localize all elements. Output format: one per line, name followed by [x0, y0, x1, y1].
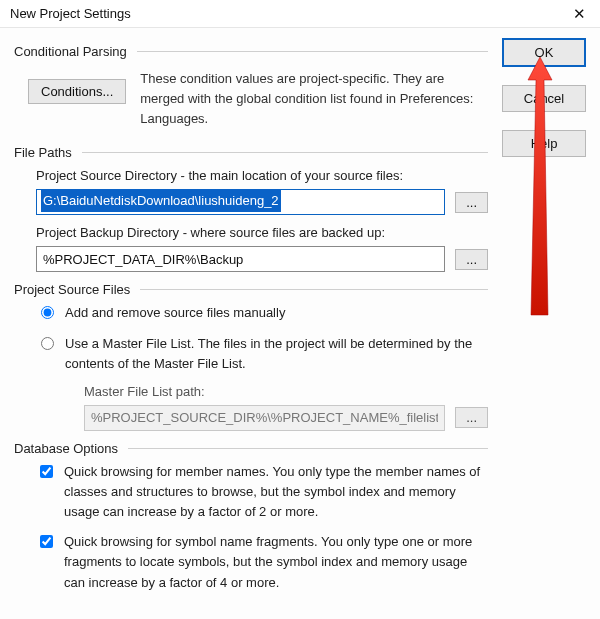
group-dbopts-header: Database Options	[14, 441, 488, 456]
group-filepaths-header: File Paths	[14, 145, 488, 160]
group-filepaths-label: File Paths	[14, 145, 72, 160]
titlebar: New Project Settings ✕	[0, 0, 600, 28]
cancel-button[interactable]: Cancel	[502, 85, 586, 112]
divider	[140, 289, 488, 290]
src-dir-input[interactable]: G:\BaiduNetdiskDownload\liushuideng_2	[36, 189, 445, 215]
bak-dir-input[interactable]	[36, 246, 445, 272]
radio-manual[interactable]	[41, 306, 54, 319]
conditions-button[interactable]: Conditions...	[28, 79, 126, 104]
conditional-desc: These condition values are project-speci…	[140, 69, 488, 129]
check-symbol-fragments[interactable]	[40, 535, 53, 548]
radio-master-list[interactable]	[41, 337, 54, 350]
src-dir-label: Project Source Directory - the main loca…	[36, 168, 488, 183]
divider	[82, 152, 488, 153]
bak-dir-label: Project Backup Directory - where source …	[36, 225, 488, 240]
ok-button[interactable]: OK	[502, 38, 586, 67]
group-sourcefiles-header: Project Source Files	[14, 282, 488, 297]
help-button[interactable]: Help	[502, 130, 586, 157]
group-conditional-label: Conditional Parsing	[14, 44, 127, 59]
radio-master-list-label: Use a Master File List. The files in the…	[65, 334, 488, 374]
divider	[128, 448, 488, 449]
group-dbopts-label: Database Options	[14, 441, 118, 456]
group-conditional-header: Conditional Parsing	[14, 44, 488, 59]
group-sourcefiles-label: Project Source Files	[14, 282, 130, 297]
check-member-names[interactable]	[40, 465, 53, 478]
check-symbol-fragments-label: Quick browsing for symbol name fragments…	[64, 532, 488, 592]
divider	[137, 51, 488, 52]
src-dir-browse-button[interactable]: ...	[455, 192, 488, 213]
check-member-names-label: Quick browsing for member names. You onl…	[64, 462, 488, 522]
mfl-label: Master File List path:	[84, 384, 488, 399]
radio-manual-label: Add and remove source files manually	[65, 303, 285, 323]
bak-dir-browse-button[interactable]: ...	[455, 249, 488, 270]
window-title: New Project Settings	[10, 6, 131, 21]
mfl-browse-button[interactable]: ...	[455, 407, 488, 428]
close-icon[interactable]: ✕	[567, 4, 592, 23]
mfl-input	[84, 405, 445, 431]
